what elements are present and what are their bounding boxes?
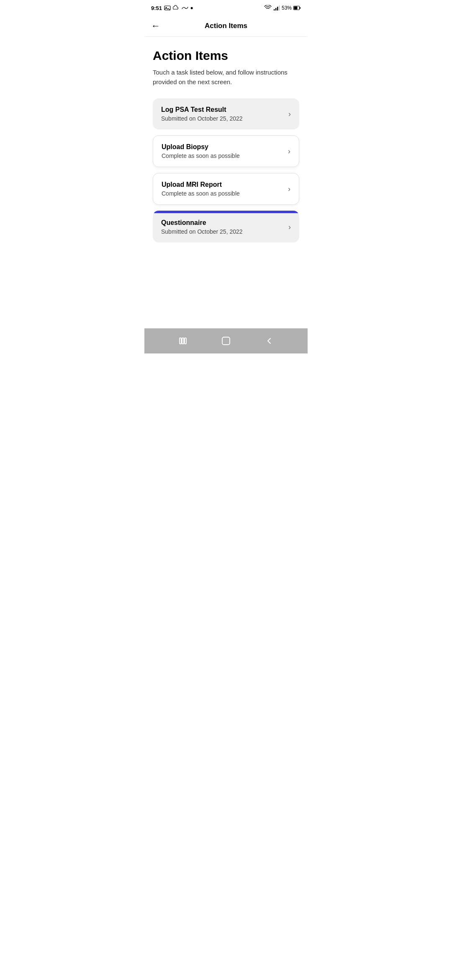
progress-bar-container bbox=[153, 211, 299, 213]
svg-rect-9 bbox=[180, 338, 181, 344]
status-time: 9:51 • bbox=[151, 4, 193, 12]
recent-apps-button[interactable] bbox=[178, 336, 188, 346]
main-content: Action Items Touch a task listed below, … bbox=[144, 37, 308, 328]
svg-rect-10 bbox=[182, 338, 184, 344]
action-item-log-psa-title: Log PSA Test Result bbox=[161, 106, 283, 113]
battery-icon bbox=[293, 5, 301, 10]
chevron-right-icon: › bbox=[288, 147, 290, 156]
dot-icon: • bbox=[190, 4, 193, 12]
action-item-questionnaire-title: Questionnaire bbox=[161, 219, 283, 227]
action-item-upload-mri[interactable]: Upload MRI Report Complete as soon as po… bbox=[153, 173, 299, 205]
page-title: Action Items bbox=[153, 49, 299, 63]
svg-rect-11 bbox=[185, 338, 186, 344]
wave-icon bbox=[182, 6, 188, 10]
recent-apps-icon bbox=[178, 336, 188, 346]
battery-text: 53% bbox=[282, 5, 292, 11]
action-items-list: Log PSA Test Result Submitted on October… bbox=[153, 98, 299, 242]
back-button[interactable]: ← bbox=[151, 21, 160, 31]
action-item-questionnaire-subtitle: Submitted on October 25, 2022 bbox=[161, 228, 283, 235]
home-circle-icon bbox=[221, 336, 231, 346]
status-bar: 9:51 • 53% bbox=[144, 0, 308, 15]
action-item-log-psa[interactable]: Log PSA Test Result Submitted on October… bbox=[153, 98, 299, 129]
back-nav-button[interactable] bbox=[264, 336, 274, 346]
nav-bar: ← Action Items bbox=[144, 15, 308, 37]
svg-rect-3 bbox=[275, 8, 277, 10]
chevron-right-icon: › bbox=[288, 219, 291, 232]
page-subtitle: Touch a task listed below, and follow in… bbox=[153, 68, 299, 87]
action-item-upload-biopsy-subtitle: Complete as soon as possible bbox=[162, 152, 283, 159]
svg-rect-2 bbox=[274, 9, 275, 10]
action-item-upload-mri-subtitle: Complete as soon as possible bbox=[162, 190, 283, 197]
svg-rect-12 bbox=[222, 337, 230, 345]
wifi-icon bbox=[264, 5, 272, 11]
action-item-log-psa-subtitle: Submitted on October 25, 2022 bbox=[161, 115, 283, 122]
bottom-nav-bar bbox=[144, 328, 308, 353]
cloud-icon bbox=[173, 5, 180, 11]
action-item-upload-mri-title: Upload MRI Report bbox=[162, 181, 283, 188]
chevron-right-icon: › bbox=[288, 110, 291, 119]
nav-title: Action Items bbox=[205, 22, 247, 30]
svg-rect-8 bbox=[294, 7, 298, 10]
svg-rect-4 bbox=[277, 7, 278, 10]
chevron-right-icon: › bbox=[288, 185, 290, 193]
action-item-questionnaire[interactable]: Questionnaire Submitted on October 25, 2… bbox=[153, 211, 299, 242]
back-chevron-icon bbox=[264, 336, 274, 346]
progress-bar-fill bbox=[153, 211, 299, 213]
home-button[interactable] bbox=[221, 336, 231, 346]
photo-icon bbox=[164, 5, 171, 11]
signal-icon bbox=[273, 5, 280, 11]
action-item-upload-biopsy-title: Upload Biopsy bbox=[162, 143, 283, 151]
svg-rect-7 bbox=[300, 7, 301, 9]
svg-rect-5 bbox=[279, 5, 280, 10]
status-right: 53% bbox=[264, 5, 301, 11]
action-item-upload-biopsy[interactable]: Upload Biopsy Complete as soon as possib… bbox=[153, 135, 299, 167]
